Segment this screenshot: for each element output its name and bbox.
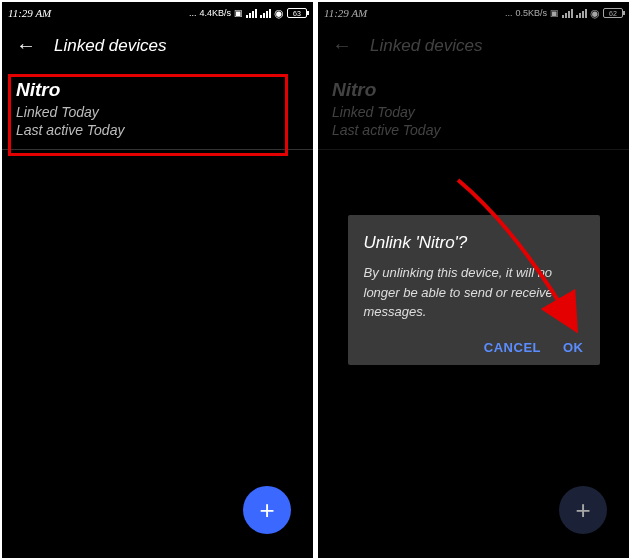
status-dots: ...	[189, 8, 197, 18]
app-header: ← Linked devices	[2, 24, 313, 71]
dialog-actions: CANCEL OK	[364, 340, 584, 355]
wifi-icon: ◉	[274, 7, 284, 20]
unlink-dialog: Unlink 'Nitro'? By unlinking this device…	[348, 215, 600, 365]
status-time: 11:29 AM	[8, 7, 51, 19]
network-speed: 4.4KB/s	[199, 8, 231, 18]
device-name: Nitro	[16, 79, 299, 101]
device-list-item[interactable]: Nitro Linked Today Last active Today	[2, 71, 313, 150]
ok-button[interactable]: OK	[563, 340, 584, 355]
status-right: ... 4.4KB/s ▣ ◉ 63	[189, 7, 307, 20]
sim-icon: ▣	[234, 8, 243, 18]
status-bar: 11:29 AM ... 4.4KB/s ▣ ◉ 63	[2, 2, 313, 24]
back-arrow-icon[interactable]: ←	[16, 34, 36, 57]
signal-icon-2	[260, 8, 271, 18]
phone-right: 11:29 AM ... 0.5KB/s ▣ ◉ 62 ← Linked dev…	[318, 2, 629, 558]
plus-icon: +	[259, 495, 274, 526]
dialog-body: By unlinking this device, it will no lon…	[364, 263, 584, 322]
device-active: Last active Today	[16, 121, 299, 139]
device-linked: Linked Today	[16, 103, 299, 121]
modal-overlay: Unlink 'Nitro'? By unlinking this device…	[318, 2, 629, 558]
page-title: Linked devices	[54, 36, 166, 56]
cancel-button[interactable]: CANCEL	[484, 340, 541, 355]
battery-icon: 63	[287, 8, 307, 18]
dialog-title: Unlink 'Nitro'?	[364, 233, 584, 253]
phone-left: 11:29 AM ... 4.4KB/s ▣ ◉ 63 ← Linked dev…	[2, 2, 313, 558]
signal-icon-1	[246, 8, 257, 18]
add-device-fab[interactable]: +	[243, 486, 291, 534]
